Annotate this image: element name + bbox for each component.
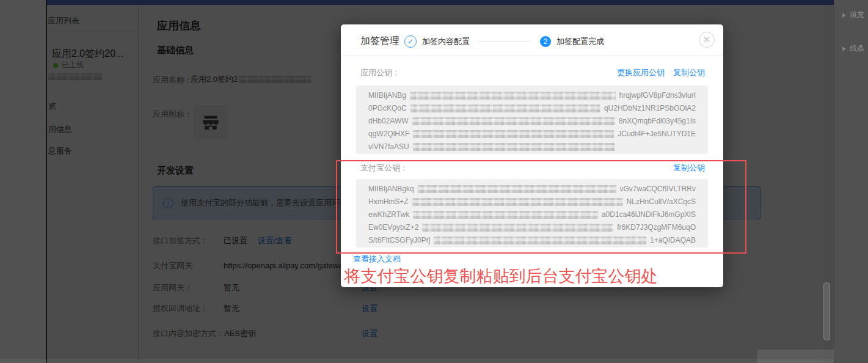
dialog-title: 加签管理 bbox=[360, 35, 399, 48]
redacted-key-segment bbox=[412, 117, 615, 125]
redacted-key-segment bbox=[413, 143, 615, 151]
annotation-caption: 将支付宝公钥复制粘贴到后台支付宝公钥处 bbox=[342, 265, 660, 287]
view-docs-link[interactable]: 查看接入文档 bbox=[353, 254, 401, 265]
panel-item-label: 填充 bbox=[850, 10, 864, 20]
panel-item-fill[interactable]: 填充 bbox=[842, 10, 864, 20]
step-2-circle: 2 bbox=[540, 36, 551, 47]
redacted-key-segment bbox=[413, 130, 614, 138]
redacted-key-segment bbox=[410, 105, 600, 112]
screenshot-canvas: 应用列表 应用2.0签约20... 已上线 览 用信息 息服务 应用信息 基础信… bbox=[0, 0, 868, 363]
copy-app-key-link[interactable]: 复制公钥 bbox=[673, 68, 705, 77]
scrollbar-thumb[interactable] bbox=[823, 282, 830, 340]
check-circle-icon: ✓ bbox=[404, 35, 417, 48]
key-text: 8nXQmqbFdl03y45g1Is bbox=[619, 115, 696, 128]
key-text: 0PGcKQoC bbox=[368, 102, 407, 115]
key-text: MIIBIjANBg bbox=[368, 89, 406, 102]
close-icon[interactable]: ✕ bbox=[699, 32, 715, 48]
step-2-label: 加签配置完成 bbox=[556, 36, 604, 47]
replace-app-key-link[interactable]: 更换应用公钥 bbox=[617, 68, 665, 77]
key-text: qgW2QlHXF bbox=[368, 128, 409, 141]
step-1-label: 加签内容配置 bbox=[422, 36, 470, 47]
key-text: JCudt4F+Je5NUTYD1E bbox=[618, 128, 696, 141]
dialog-header: 加签管理 ✓ 加签内容配置 2 加签配置完成 ✕ bbox=[341, 24, 723, 56]
collapse-triangle-icon bbox=[842, 13, 846, 18]
annotation-rectangle bbox=[336, 160, 746, 254]
redacted-key-segment bbox=[410, 92, 616, 100]
key-text: dHb02AWW bbox=[368, 115, 409, 128]
key-text: vlVN7faASU bbox=[368, 141, 409, 153]
collapse-triangle-icon bbox=[842, 46, 846, 51]
bottom-strip bbox=[0, 359, 868, 363]
app-key-label: 应用公钥： bbox=[360, 67, 400, 78]
app-key-header: 应用公钥： 更换应用公钥复制公钥 bbox=[360, 67, 705, 78]
panel-item-line[interactable]: 线条 bbox=[842, 43, 864, 54]
step-connector bbox=[478, 42, 530, 42]
editor-tool-panel: 填充 线条 bbox=[834, 0, 868, 363]
step-indicator: ✓ 加签内容配置 2 加签配置完成 bbox=[404, 31, 604, 53]
key-text: hrqjwpfGV8pFdns3vlurI bbox=[619, 89, 696, 102]
app-key-box: MIIBIjANBghrqjwpfGV8pFdns3vlurI 0PGcKQoC… bbox=[356, 86, 708, 154]
panel-item-label: 线条 bbox=[850, 43, 864, 54]
key-text: qU2HDbNz1NR1PSbGOlA2 bbox=[604, 102, 696, 115]
